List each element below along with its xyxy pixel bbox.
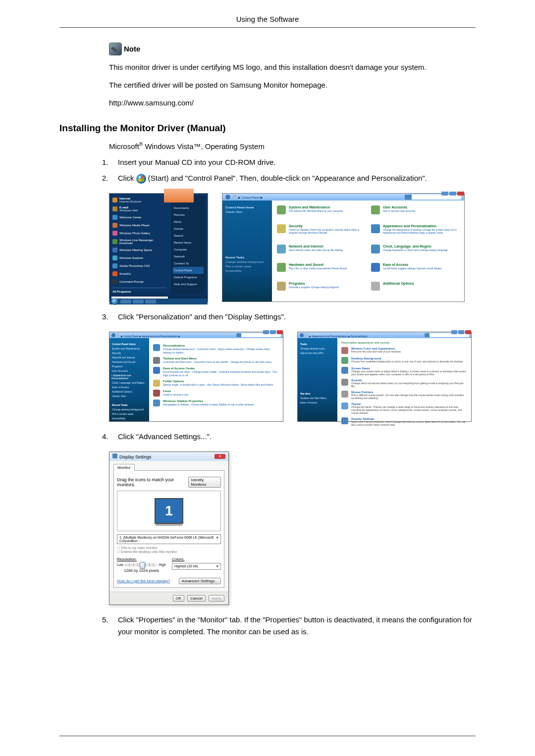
cp-item-appearance[interactable]: Appearance and Personalization <box>383 224 459 228</box>
start-right-item[interactable]: Documents <box>173 204 204 211</box>
forward-icon[interactable] <box>304 333 308 337</box>
monitor-1-icon[interactable]: 1 <box>155 498 183 524</box>
start-right-item[interactable]: Recent Items <box>173 239 204 246</box>
pp-side-item[interactable]: Change desktop icons <box>300 347 335 350</box>
start-right-item[interactable]: Default Programs <box>173 274 204 281</box>
close-icon[interactable] <box>465 330 471 334</box>
start-right-item-control-panel[interactable]: Control Panel <box>173 267 204 274</box>
best-display-link[interactable]: How do I get the best display? <box>117 579 170 583</box>
samsung-link[interactable]: http://www.samsung.com/ <box>109 99 194 107</box>
taskbar-item[interactable] <box>145 300 156 303</box>
ap-item[interactable]: Fonts <box>163 390 188 393</box>
start-right-item[interactable]: Help and Support <box>173 281 204 288</box>
ok-button[interactable]: OK <box>173 595 185 602</box>
ap-recent-item[interactable]: Pick a screen saver <box>112 412 147 415</box>
monitor-arrangement-area[interactable]: 1 <box>117 491 221 531</box>
ap-item[interactable]: Windows Sidebar Properties <box>163 400 254 403</box>
ap-side-item[interactable]: Security <box>112 352 147 354</box>
ap-item-personalization[interactable]: Personalization <box>163 344 279 347</box>
back-icon[interactable] <box>300 333 304 337</box>
ap-item[interactable]: Ease of Access Center <box>163 367 279 370</box>
cp-item-links[interactable]: Add or remove user accounts <box>383 209 415 213</box>
start-orb-icon[interactable] <box>111 298 118 305</box>
ap-side-item[interactable]: Hardware and Sound <box>112 360 147 363</box>
maximize-icon[interactable] <box>449 192 456 196</box>
display-select[interactable]: 1. (Multiple Monitors) on NVIDIA GeForce… <box>117 534 221 544</box>
start-item[interactable]: Command Prompt <box>119 280 144 283</box>
cp-item[interactable]: Programs <box>289 282 339 285</box>
start-item[interactable]: Windows Meeting Space <box>119 249 152 252</box>
close-button[interactable]: ✕ <box>214 454 225 459</box>
minimize-icon[interactable] <box>441 192 448 196</box>
cp-side-classic[interactable]: Classic View <box>225 210 269 213</box>
cp-item[interactable]: Additional Options <box>383 282 414 285</box>
pp-see-item[interactable]: Taskbar and Start Menu <box>300 397 335 400</box>
colors-select[interactable]: Highest (32 bit)▾ <box>172 563 221 570</box>
breadcrumb[interactable]: ▶ Control Panel ▶ <box>225 195 263 200</box>
start-item[interactable]: Adobe Photoshop CS3 <box>119 264 150 267</box>
ap-item-links[interactable]: Install or remove a font <box>163 393 188 397</box>
ap-side-item[interactable]: Additional Options <box>112 390 147 393</box>
cp-item-links[interactable]: Let Windows suggest settings Optimize vi… <box>383 267 441 270</box>
cp-item[interactable]: Ease of Access <box>383 263 441 266</box>
start-right-item[interactable]: Pictures <box>173 211 204 218</box>
ap-item-links[interactable]: Add gadgets to Sidebar · Choose whether … <box>163 403 254 406</box>
ap-side-item[interactable]: Clock, Language, and Region <box>112 381 147 384</box>
start-item[interactable]: Welcome Center <box>119 216 142 219</box>
cp-item-links[interactable]: Play CDs or other media automatically Pr… <box>289 267 347 270</box>
ap-item[interactable]: Folder Options <box>163 380 273 383</box>
all-programs[interactable]: All Programs <box>112 290 131 293</box>
ap-item-links[interactable]: Customize the Start menu · Customize ico… <box>163 360 271 364</box>
ap-recent-item[interactable]: Change desktop background <box>112 408 147 411</box>
close-icon[interactable] <box>277 330 283 334</box>
minimize-icon[interactable] <box>263 330 269 334</box>
ap-side-home[interactable]: Control Panel Home <box>112 343 147 346</box>
pp-side-item[interactable]: Adjust font size (DPI) <box>300 352 335 354</box>
start-right-item[interactable]: Games <box>173 225 204 232</box>
maximize-icon[interactable] <box>458 330 464 334</box>
forward-icon[interactable] <box>232 195 237 200</box>
cp-item[interactable]: Clock, Language, and Region <box>383 245 448 248</box>
cp-item-links[interactable]: Check for updates Check this computer's … <box>289 228 365 235</box>
cancel-button[interactable]: Cancel <box>187 595 206 602</box>
taskbar-item[interactable] <box>133 300 144 303</box>
cp-item[interactable]: System and Maintenance <box>289 205 343 209</box>
resolution-slider[interactable]: Low High <box>117 563 166 566</box>
advanced-settings-button[interactable]: Advanced Settings... <box>179 578 221 584</box>
ap-item-links[interactable]: Change desktop background · Customize co… <box>163 348 279 354</box>
start-item[interactable]: Windows Live Messenger Download <box>119 239 165 245</box>
cp-recent-item[interactable]: Accessibility <box>225 269 269 272</box>
start-item[interactable]: Windows Explorer <box>119 256 143 259</box>
cp-item[interactable]: User Accounts <box>383 205 415 209</box>
ap-side-item[interactable]: System and Maintenance <box>112 347 147 350</box>
cp-item-links[interactable]: Uninstall a program Change startup progr… <box>289 286 339 289</box>
ap-recent-item[interactable]: Accessibility <box>112 417 147 420</box>
ap-item-links[interactable]: Specify single- or double-click to open … <box>163 383 273 387</box>
ap-side-item-selected[interactable]: • Appearance and Personalization <box>110 374 147 380</box>
back-icon[interactable] <box>111 333 115 337</box>
ap-item-links[interactable]: Accommodate low vision · Change screen r… <box>163 370 279 377</box>
ap-side-item[interactable]: Ease of Access <box>112 386 147 389</box>
start-item[interactable]: Windows Media Player <box>119 224 150 227</box>
start-right-item[interactable]: Network <box>173 253 204 260</box>
cp-item[interactable]: Hardware and Sound <box>289 263 347 266</box>
ap-item[interactable]: Taskbar and Start Menu <box>163 357 271 360</box>
ap-side-item[interactable]: Network and Internet <box>112 356 147 359</box>
cp-recent-item[interactable]: Change desktop background <box>225 260 269 263</box>
forward-icon[interactable] <box>116 333 120 337</box>
minimize-icon[interactable] <box>451 330 457 334</box>
slider-thumb[interactable] <box>140 562 145 569</box>
monitor-tab[interactable]: Monitor <box>113 464 135 471</box>
cp-item-links[interactable]: Change the appearance of desktop Change … <box>383 228 459 235</box>
breadcrumb[interactable]: ▶ Appearance and Personalization ▶ Perso… <box>300 333 368 338</box>
ap-side-item[interactable]: Classic View <box>112 395 147 398</box>
back-icon[interactable] <box>225 195 230 200</box>
start-item[interactable]: SmartDo <box>119 272 131 275</box>
close-icon[interactable] <box>457 192 464 196</box>
start-right-item[interactable]: Music <box>173 218 204 225</box>
taskbar-item[interactable] <box>120 300 131 303</box>
pp-see-item[interactable]: Ease of Access <box>300 401 335 404</box>
cp-side-home[interactable]: Control Panel Home <box>225 206 269 209</box>
identify-monitors-button[interactable]: Identify Monitors <box>188 477 221 488</box>
cp-recent-item[interactable]: Pick a screen saver <box>225 265 269 268</box>
